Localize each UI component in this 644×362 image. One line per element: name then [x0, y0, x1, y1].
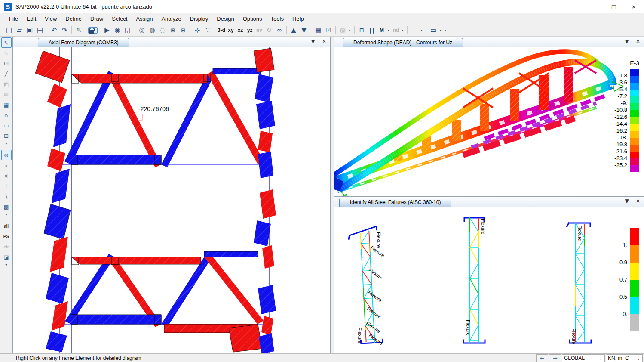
moment-release-button[interactable]: M — [377, 25, 386, 35]
draw-poly-area-button[interactable]: ⌂ — [1, 110, 12, 120]
menu-item-help[interactable]: Help — [288, 14, 308, 23]
select-all-button[interactable]: all — [1, 221, 12, 231]
zoom-out-button[interactable]: ⊖ — [178, 25, 188, 35]
legend-tick-label: 0. — [601, 311, 627, 318]
view-xz-button[interactable]: xz — [236, 25, 245, 35]
menu-item-tools[interactable]: Tools — [267, 14, 288, 23]
window-select-button[interactable]: ▦ — [313, 25, 323, 35]
move-up-in-list-button[interactable]: ▲ — [289, 25, 298, 35]
next-window-button[interactable]: → — [549, 354, 561, 362]
snap-intersections-button[interactable]: × — [1, 170, 12, 181]
more-tools-caret[interactable]: ▾ — [443, 25, 448, 35]
axial-close-button[interactable]: × — [321, 38, 328, 44]
open-file-button[interactable]: ▱ — [15, 25, 24, 35]
draw-rect-area-button[interactable]: ▭ — [1, 120, 12, 130]
deselect-button[interactable]: ◪ — [1, 252, 12, 262]
run-analysis-button[interactable]: ▶ — [102, 25, 112, 35]
failures-close-button[interactable]: × — [635, 198, 641, 204]
axial-collapse-button[interactable]: ▼ — [310, 38, 316, 44]
redo-button[interactable]: ↷ — [60, 25, 69, 35]
legend-color-segment — [630, 297, 639, 314]
select-rect-button[interactable]: ⊡ — [1, 58, 12, 68]
nd-caret[interactable]: ▾ — [400, 25, 405, 35]
section-view-caret[interactable]: ▾ — [438, 25, 443, 35]
deformed-close-button[interactable]: × — [635, 38, 641, 44]
menu-item-select[interactable]: Select — [107, 14, 132, 23]
steel-failures-canvas[interactable]: Flexure Flexure Flexure Flexure Flexure … — [334, 207, 644, 353]
maximize-button[interactable]: □ — [604, 0, 624, 13]
axial-force-panel: Axial Force Diagram (COMB3) ▼ × — [12, 37, 331, 353]
select-pointer-button[interactable]: ↖ — [1, 37, 12, 48]
axial-panel-header: Axial Force Diagram (COMB3) ▼ × — [13, 37, 330, 47]
view-3d-button[interactable]: 3-d — [217, 25, 226, 35]
legend-color-segment — [630, 145, 639, 152]
undo-button[interactable]: ↶ — [49, 25, 59, 35]
frame-lines — [60, 47, 269, 353]
menu-item-assign[interactable]: Assign — [132, 14, 157, 23]
new-model-button[interactable]: ▢ — [4, 25, 14, 35]
view-xy-button[interactable]: xy — [227, 25, 235, 35]
restore-full-view-button[interactable]: ◍ — [147, 25, 157, 35]
set-display-options-button[interactable]: ☑ — [324, 25, 333, 35]
section-designer-button[interactable] — [410, 25, 419, 35]
view-yz-button[interactable]: yz — [245, 25, 254, 35]
draw-more-caret[interactable]: ▾ — [1, 141, 12, 146]
failures-panel-tab[interactable]: Identify All Steel Failures (AISC 360-10… — [339, 198, 451, 207]
draw-windowed-area-button[interactable]: ⊞ — [1, 130, 12, 141]
frame-span-button[interactable]: ∏ — [367, 25, 377, 35]
move-down-in-list-button[interactable]: ▼ — [299, 25, 309, 35]
axial-panel-tab[interactable]: Axial Force Diagram (COMB3) — [38, 38, 129, 47]
menu-item-file[interactable]: File — [5, 14, 22, 23]
draw-grid-button[interactable]: ▦ — [1, 99, 12, 110]
print-button[interactable]: ▤ — [35, 25, 45, 35]
draw-pen-button[interactable]: ✎ — [74, 25, 83, 35]
menu-item-design[interactable]: Design — [212, 14, 238, 23]
save-button[interactable]: ▣ — [25, 25, 34, 35]
snap-grid-button[interactable]: ▩ — [1, 201, 12, 212]
snap-perpendicular-button[interactable]: ⊥ — [1, 181, 12, 191]
panel-splitter[interactable] — [331, 37, 334, 353]
menu-item-draw[interactable]: Draw — [86, 14, 107, 23]
minimize-button[interactable]: — — [584, 0, 604, 13]
section-designer-caret[interactable]: ▾ — [419, 25, 424, 35]
legend-tick-label: -19.8 — [601, 141, 627, 148]
status-bar: Right Click on any Frame Element for det… — [0, 353, 644, 362]
units-dropdown[interactable]: KN, m, C ⌄ — [606, 354, 643, 362]
snap-lines-button[interactable]: ∖ — [1, 191, 12, 201]
axial-force-canvas[interactable]: -220.76706 — [13, 47, 330, 353]
snap-more-caret[interactable]: ▾ — [1, 212, 12, 217]
deformed-shape-canvas[interactable]: E-3 -1.8-3.6-5.4-7.2-9.-10.8-12.6-14.4-1… — [334, 47, 644, 196]
legend-color-segment — [630, 131, 639, 138]
menu-item-options[interactable]: Options — [239, 14, 267, 23]
failures-collapse-button[interactable]: ▼ — [623, 198, 630, 204]
select-previous-button[interactable]: PS — [1, 231, 12, 241]
frame-section-button[interactable]: ⊓ — [357, 25, 366, 35]
run-options-button[interactable]: ◉ — [113, 25, 122, 35]
zoom-in-button[interactable]: ⊕ — [168, 25, 178, 35]
menu-item-display[interactable]: Display — [186, 14, 213, 23]
shrink-view-button[interactable]: ◱ — [123, 25, 132, 35]
snap-joints-button[interactable]: ⊕ — [1, 150, 12, 160]
deformed-collapse-button[interactable]: ▼ — [623, 38, 630, 44]
chevron-down-icon: ⌄ — [637, 356, 641, 361]
previous-window-button[interactable]: ← — [536, 354, 548, 362]
section-view-button[interactable]: ▭ — [429, 25, 438, 35]
close-button[interactable]: × — [624, 0, 644, 13]
perspective-toggle-button[interactable]: ∵ — [203, 25, 212, 35]
menu-item-view[interactable]: View — [40, 14, 61, 23]
snap-endpoints-button[interactable]: ∘ — [1, 160, 12, 170]
menu-item-define[interactable]: Define — [61, 14, 86, 23]
lock-model-button[interactable] — [88, 27, 98, 34]
coordinate-system-dropdown[interactable]: GLOBAL ⌄ — [562, 354, 605, 362]
previous-zoom-button[interactable]: ◌ — [158, 25, 167, 35]
deformed-panel-tab[interactable]: Deformed Shape (DEAD) - Contours for Uz — [343, 38, 463, 47]
object-visibility-button[interactable]: ∞ — [275, 25, 284, 35]
rubber-band-zoom-button[interactable]: ◎ — [137, 25, 147, 35]
assign-display-caret[interactable]: ▾ — [347, 25, 352, 35]
menu-item-analyze[interactable]: Analyze — [157, 14, 185, 23]
menu-item-edit[interactable]: Edit — [22, 14, 40, 23]
draw-frame-button[interactable]: ╱ — [1, 68, 12, 79]
moment-release-caret[interactable]: ▾ — [386, 25, 391, 35]
select-more-caret[interactable]: ▾ — [1, 262, 12, 267]
pan-button[interactable]: ⊹ — [193, 25, 202, 35]
